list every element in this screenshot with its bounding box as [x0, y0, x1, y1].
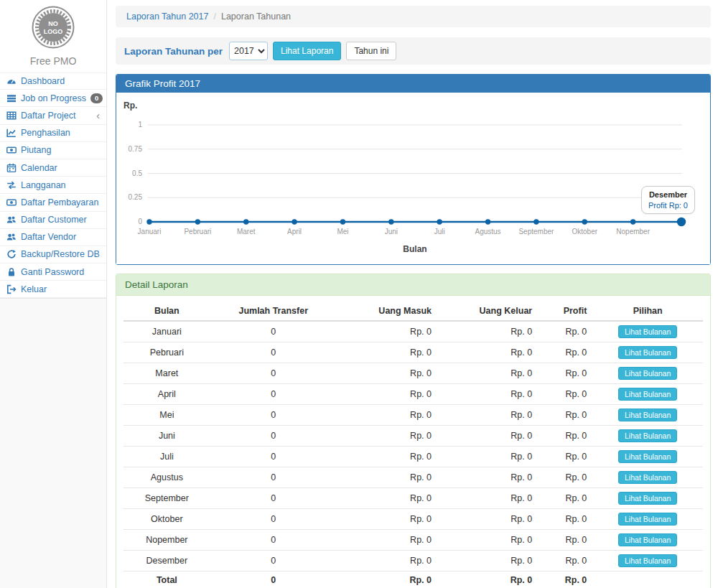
cell-bulan: Mei	[123, 405, 210, 426]
sidebar-item-daftar-vendor[interactable]: Daftar Vendor	[0, 229, 106, 246]
sidebar-item-backup-restore-db[interactable]: Backup/Restore DB	[0, 246, 106, 263]
cell-bulan: Oktober	[123, 509, 210, 530]
cell-uang-masuk: Rp. 0	[337, 488, 437, 509]
sidebar-item-daftar-pembayaran[interactable]: Daftar Pembayaran	[0, 194, 106, 211]
table-row: Maret0Rp. 0Rp. 0Rp. 0Lihat Bulanan	[123, 363, 703, 384]
x-tick-label: Oktober	[572, 228, 597, 235]
sidebar-item-dashboard[interactable]: Dashboard	[0, 73, 106, 90]
lihat-bulanan-button[interactable]: Lihat Bulanan	[618, 533, 677, 546]
cell-bulan: Nopember	[123, 530, 210, 551]
total-label: Total	[123, 571, 210, 588]
calendar-icon	[6, 163, 17, 173]
data-point[interactable]	[582, 219, 587, 224]
cell-jumlah-transfer: 0	[210, 530, 337, 551]
lihat-bulanan-button[interactable]: Lihat Bulanan	[618, 429, 677, 442]
data-point[interactable]	[146, 219, 151, 224]
data-point[interactable]	[243, 219, 248, 224]
lihat-bulanan-button[interactable]: Lihat Bulanan	[618, 492, 677, 505]
total-empty-cell	[592, 571, 703, 588]
column-header: Pilihan	[592, 302, 703, 321]
lihat-bulanan-button[interactable]: Lihat Bulanan	[618, 409, 677, 421]
cell-jumlah-transfer: 0	[210, 321, 337, 342]
cell-jumlah-transfer: 0	[210, 488, 337, 509]
sidebar-item-keluar[interactable]: Keluar	[0, 281, 106, 298]
view-report-button[interactable]: Lihat Laporan	[273, 42, 341, 60]
cell-uang-keluar: Rp. 0	[437, 426, 538, 447]
data-point[interactable]	[485, 219, 490, 224]
svg-text:NO: NO	[48, 20, 58, 27]
lihat-bulanan-button[interactable]: Lihat Bulanan	[618, 471, 677, 484]
column-header: Uang Masuk	[337, 302, 437, 321]
data-point[interactable]	[630, 219, 635, 224]
table-row: Mei0Rp. 0Rp. 0Rp. 0Lihat Bulanan	[123, 405, 703, 426]
data-point[interactable]	[533, 219, 538, 224]
cell-uang-keluar: Rp. 0	[437, 488, 538, 509]
lihat-bulanan-button[interactable]: Lihat Bulanan	[618, 346, 677, 359]
y-tick-label: 0.25	[129, 193, 143, 201]
tasks-icon	[6, 93, 17, 103]
detail-report-panel: Detail Laporan BulanJumlah TransferUang …	[116, 274, 711, 588]
sidebar-item-label: Backup/Restore DB	[21, 249, 100, 259]
sidebar-item-calendar[interactable]: Calendar	[0, 159, 106, 177]
cell-uang-keluar: Rp. 0	[437, 447, 538, 467]
breadcrumb-link[interactable]: Laporan Tahun 2017	[126, 11, 208, 22]
lihat-bulanan-button[interactable]: Lihat Bulanan	[618, 367, 677, 380]
sidebar: NO LOGO Free PMO DashboardJob on Progres…	[0, 0, 107, 588]
sidebar-item-ganti-password[interactable]: Ganti Password	[0, 263, 106, 281]
lihat-bulanan-button[interactable]: Lihat Bulanan	[618, 450, 677, 463]
sidebar-item-daftar-project[interactable]: Daftar Project‹	[0, 107, 106, 124]
money-icon	[6, 145, 17, 155]
chart-tooltip: Desember Profit Rp: 0	[641, 186, 695, 214]
data-point[interactable]	[388, 219, 393, 224]
cell-pilihan: Lihat Bulanan	[592, 447, 703, 467]
y-tick-label: 0.75	[129, 145, 143, 153]
cell-jumlah-transfer: 0	[210, 447, 337, 467]
report-table: BulanJumlah TransferUang MasukUang Kelua…	[123, 302, 703, 588]
cell-jumlah-transfer: 0	[210, 405, 337, 426]
sidebar-item-label: Dashboard	[21, 76, 65, 86]
sidebar-item-label: Penghasilan	[21, 128, 70, 138]
sidebar-item-label: Ganti Password	[21, 267, 84, 277]
lihat-bulanan-button[interactable]: Lihat Bulanan	[618, 513, 677, 526]
cell-jumlah-transfer: 0	[210, 384, 337, 405]
sidebar-item-label: Keluar	[21, 284, 47, 294]
sidebar-menu: DashboardJob on Progress0Daftar Project‹…	[0, 73, 106, 299]
count-badge: 0	[90, 93, 103, 103]
cell-profit: Rp. 0	[538, 509, 592, 530]
sidebar-item-job-on-progress[interactable]: Job on Progress0	[0, 90, 106, 107]
sidebar-item-langganan[interactable]: Langganan	[0, 177, 106, 194]
cell-uang-keluar: Rp. 0	[437, 321, 538, 342]
column-header: Profit	[538, 302, 592, 321]
year-select[interactable]: 2017	[229, 42, 268, 60]
x-tick-label: Pebruari	[184, 228, 211, 235]
lihat-bulanan-button[interactable]: Lihat Bulanan	[618, 554, 677, 567]
cell-bulan: Desember	[123, 551, 210, 571]
table-header-row: BulanJumlah TransferUang MasukUang Kelua…	[123, 302, 703, 321]
data-point[interactable]	[437, 219, 442, 224]
sidebar-item-daftar-customer[interactable]: Daftar Customer	[0, 212, 106, 229]
sidebar-item-penghasilan[interactable]: Penghasilan	[0, 125, 106, 142]
page: NO LOGO Free PMO DashboardJob on Progres…	[0, 0, 718, 588]
refresh-icon	[6, 249, 17, 259]
table-row: Oktober0Rp. 0Rp. 0Rp. 0Lihat Bulanan	[123, 509, 703, 530]
sidebar-item-piutang[interactable]: Piutang	[0, 142, 106, 159]
data-point[interactable]	[340, 219, 345, 224]
cell-profit: Rp. 0	[538, 363, 592, 384]
data-point[interactable]	[292, 219, 297, 224]
sidebar-item-label: Daftar Project	[21, 111, 75, 121]
cell-uang-keluar: Rp. 0	[437, 405, 538, 426]
cell-profit: Rp. 0	[538, 321, 592, 342]
cell-uang-keluar: Rp. 0	[437, 530, 538, 551]
cell-profit: Rp. 0	[538, 342, 592, 363]
data-point[interactable]	[677, 218, 686, 226]
retweet-icon	[6, 180, 17, 190]
lihat-bulanan-button[interactable]: Lihat Bulanan	[618, 325, 677, 338]
cell-profit: Rp. 0	[538, 447, 592, 467]
this-year-button[interactable]: Tahun ini	[346, 42, 396, 60]
detail-panel-title: Detail Laporan	[116, 274, 710, 296]
lihat-bulanan-button[interactable]: Lihat Bulanan	[618, 388, 677, 401]
cell-uang-masuk: Rp. 0	[337, 509, 437, 530]
x-axis-title: Bulan	[403, 244, 426, 254]
data-point[interactable]	[195, 219, 200, 224]
x-tick-label: Juni	[385, 228, 398, 235]
